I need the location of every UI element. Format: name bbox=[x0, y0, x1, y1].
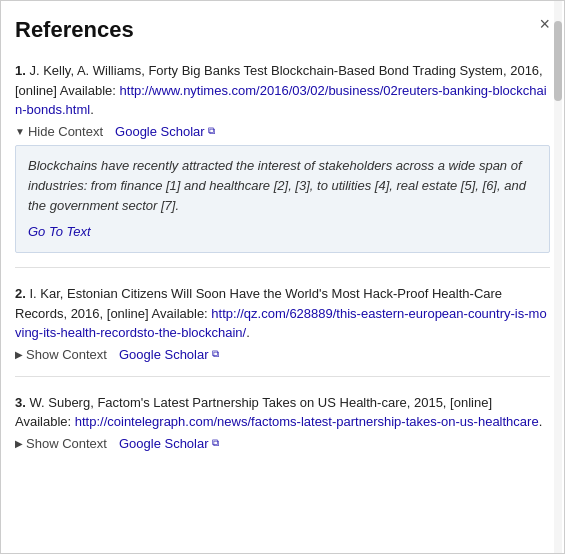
ref-number-3: 3. bbox=[15, 395, 29, 410]
scholar-link-3[interactable]: Google Scholar⧉ bbox=[119, 436, 219, 451]
context-box-1: Blockchains have recently attracted the … bbox=[15, 145, 550, 254]
references-panel: References × 1. J. Kelly, A. Williams, F… bbox=[0, 0, 565, 554]
external-link-icon-1: ⧉ bbox=[208, 125, 215, 137]
ref-number-2: 2. bbox=[15, 286, 29, 301]
reference-item-3: 3. W. Suberg, Factom's Latest Partnershi… bbox=[15, 393, 550, 451]
scrollbar-thumb[interactable] bbox=[554, 21, 562, 101]
reference-item-1: 1. J. Kelly, A. Williams, Forty Big Bank… bbox=[15, 61, 550, 268]
context-toggle-label-1: Hide Context bbox=[28, 124, 103, 139]
ref-actions-1: ▼Hide ContextGoogle Scholar⧉ bbox=[15, 124, 550, 139]
ref-link-2[interactable]: http://qz.com/628889/this-eastern-europe… bbox=[15, 306, 547, 341]
ref-text-2: 2. I. Kar, Estonian Citizens Will Soon H… bbox=[15, 284, 550, 343]
divider-1 bbox=[15, 267, 550, 268]
ref-text-3: 3. W. Suberg, Factom's Latest Partnershi… bbox=[15, 393, 550, 432]
close-button[interactable]: × bbox=[539, 15, 550, 33]
context-toggle-1[interactable]: ▼Hide Context bbox=[15, 124, 103, 139]
scholar-label-2: Google Scholar bbox=[119, 347, 209, 362]
context-toggle-arrow-1: ▼ bbox=[15, 126, 25, 137]
context-toggle-2[interactable]: ▶Show Context bbox=[15, 347, 107, 362]
scrollbar-track[interactable] bbox=[554, 1, 562, 553]
go-to-text-link-1[interactable]: Go To Text bbox=[28, 222, 537, 242]
context-toggle-label-2: Show Context bbox=[26, 347, 107, 362]
context-text-1: Blockchains have recently attracted the … bbox=[28, 158, 526, 213]
divider-2 bbox=[15, 376, 550, 377]
external-link-icon-3: ⧉ bbox=[212, 437, 219, 449]
ref-link-3[interactable]: http://cointelegraph.com/news/factoms-la… bbox=[75, 414, 539, 429]
ref-actions-3: ▶Show ContextGoogle Scholar⧉ bbox=[15, 436, 550, 451]
ref-link-1[interactable]: http://www.nytimes.com/2016/03/02/busine… bbox=[15, 83, 547, 118]
scholar-link-1[interactable]: Google Scholar⧉ bbox=[115, 124, 215, 139]
scholar-label-3: Google Scholar bbox=[119, 436, 209, 451]
scholar-label-1: Google Scholar bbox=[115, 124, 205, 139]
context-toggle-3[interactable]: ▶Show Context bbox=[15, 436, 107, 451]
panel-title: References bbox=[15, 17, 550, 43]
context-toggle-arrow-3: ▶ bbox=[15, 438, 23, 449]
scholar-link-2[interactable]: Google Scholar⧉ bbox=[119, 347, 219, 362]
references-list: 1. J. Kelly, A. Williams, Forty Big Bank… bbox=[15, 61, 550, 451]
reference-item-2: 2. I. Kar, Estonian Citizens Will Soon H… bbox=[15, 284, 550, 377]
context-toggle-label-3: Show Context bbox=[26, 436, 107, 451]
external-link-icon-2: ⧉ bbox=[212, 348, 219, 360]
ref-actions-2: ▶Show ContextGoogle Scholar⧉ bbox=[15, 347, 550, 362]
ref-number-1: 1. bbox=[15, 63, 29, 78]
context-toggle-arrow-2: ▶ bbox=[15, 349, 23, 360]
ref-text-1: 1. J. Kelly, A. Williams, Forty Big Bank… bbox=[15, 61, 550, 120]
